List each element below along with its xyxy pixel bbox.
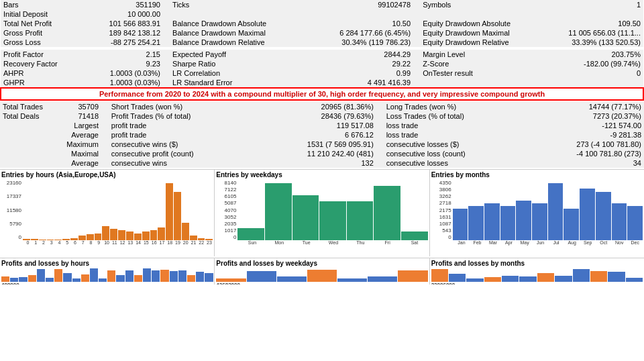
trade-row-label: consecutive loss (count): [384, 149, 543, 158]
mini-bar: [466, 278, 483, 282]
trade-row-label: profit trade: [109, 130, 254, 140]
trade-row-value: Maximum: [58, 140, 101, 149]
charts-section: Entries by hours (Asia,Europe,USA) 23160…: [0, 169, 644, 256]
trade-row-value: 7273 (20.37%): [543, 111, 644, 121]
row-value: 99102478: [305, 0, 413, 9]
chart-bar: [62, 239, 70, 240]
trade-row-label: consecutive wins ($): [109, 140, 254, 149]
mini-bar: [99, 278, 107, 282]
row-label: GHPR: [1, 78, 95, 88]
bottom-weekdays-title: Profits and losses by weekdays: [216, 260, 317, 267]
trade-row-value: 35709: [58, 102, 101, 111]
trade-row-label: Total Trades: [0, 102, 58, 111]
row-value: [305, 9, 413, 19]
bottom-charts-section: Profits and losses by hours 409000 Profi…: [0, 258, 644, 285]
trade-row-value: 28436 (79.63%): [254, 111, 376, 121]
mini-bar: [307, 270, 337, 282]
trade-row-value: -9 281.38: [543, 130, 644, 140]
row-value: 4 491 416.39: [305, 78, 413, 88]
chart-bar: [87, 234, 94, 240]
trade-row-label: profit trade: [109, 121, 254, 130]
row-value: [555, 78, 643, 88]
chart-bar: [54, 240, 62, 240]
row-value: 203.75%: [555, 50, 643, 59]
trade-row-label: [0, 140, 58, 149]
mini-bar: [205, 273, 213, 282]
trade-row-value: 71418: [58, 111, 101, 121]
chart-bar: [205, 239, 213, 240]
trade-row-value: 14744 (77.17%): [543, 102, 644, 111]
row-label: Equity Drawdown Relative: [420, 38, 555, 47]
row-value: 351190: [95, 0, 163, 9]
chart-bar: [564, 209, 579, 240]
chart-bar: [158, 227, 165, 240]
row-label: Balance Drawdown Maximal: [170, 28, 305, 38]
stats-table: Bars 351190 Ticks 99102478 Symbols 1 Ini…: [0, 0, 644, 101]
chart-bar: [401, 231, 428, 240]
row-label: Balance Drawdown Relative: [170, 38, 305, 47]
mini-bar: [537, 273, 554, 282]
row-value: 2844.29: [305, 50, 413, 59]
row-label: [420, 78, 555, 88]
chart-bar: [150, 230, 158, 240]
row-label: Symbols: [420, 0, 555, 9]
row-value: 109.50: [555, 19, 643, 28]
trade-row-value: -121 574.00: [543, 121, 644, 130]
trade-row-label: Loss Trades (% of total): [384, 111, 543, 121]
chart-bar: [548, 183, 564, 240]
trade-row-label: loss trade: [384, 130, 543, 140]
mini-bar: [573, 269, 590, 282]
chart-bar: [70, 238, 78, 240]
hours-chart-title: Entries by hours (Asia,Europe,USA): [1, 171, 213, 178]
row-label: OnTester result: [420, 68, 555, 78]
row-label: Gross Profit: [1, 28, 95, 38]
row-value: 0: [555, 68, 643, 78]
mini-bar: [431, 269, 448, 282]
row-value: 1.0003 (0.03%): [95, 78, 163, 88]
trade-row-value: Maximal: [58, 149, 101, 158]
row-label: Sharpe Ratio: [170, 59, 305, 68]
mini-bar: [196, 272, 204, 282]
trade-row-label: Long Trades (won %): [384, 102, 543, 111]
mini-bar: [608, 272, 625, 282]
trade-row-value: Average: [58, 130, 101, 140]
trade-row-label: [0, 158, 58, 168]
mini-bar: [1, 276, 9, 282]
bottom-months-chart: Profits and losses by months 22006000: [430, 258, 644, 285]
months-chart-title: Entries by months: [431, 171, 643, 178]
hours-chart: Entries by hours (Asia,Europe,USA) 23160…: [0, 170, 215, 256]
trade-row-label: [0, 121, 58, 130]
mini-bar: [555, 276, 572, 282]
mini-bar: [484, 277, 501, 282]
row-label: Total Net Profit: [1, 19, 95, 28]
row-value: -182.00 (99.74%): [555, 59, 643, 68]
row-label: Z-Score: [420, 59, 555, 68]
row-value: 9.23: [95, 59, 163, 68]
chart-bar: [134, 234, 142, 240]
row-label: LR Correlation: [170, 68, 305, 78]
row-value: 2.15: [95, 50, 163, 59]
mini-bar: [37, 269, 45, 282]
row-value: 11 005 656.03 (11.1...: [555, 28, 643, 38]
mini-bar: [590, 271, 607, 282]
mini-bar: [160, 270, 168, 282]
mini-bar: [63, 273, 71, 282]
mini-bar: [81, 274, 89, 282]
chart-bar: [484, 203, 500, 240]
trade-row-label: [0, 130, 58, 140]
mini-bar: [187, 275, 195, 282]
mini-bar: [170, 271, 178, 282]
chart-bar: [265, 183, 292, 240]
trade-row-value: Largest: [58, 121, 101, 130]
row-label: Initial Deposit: [1, 9, 95, 19]
row-value: 33.39% (133 520.53): [555, 38, 643, 47]
chart-bar: [110, 229, 117, 240]
chart-bar: [453, 209, 468, 240]
chart-bar: [292, 195, 319, 240]
chart-bar: [374, 186, 400, 240]
trade-row-label: consecutive losses: [384, 158, 543, 168]
chart-bar: [627, 206, 643, 240]
row-label: Balance Drawdown Absolute: [170, 19, 305, 28]
trade-row-label: consecutive profit (count): [109, 149, 254, 158]
chart-bar: [142, 231, 150, 240]
